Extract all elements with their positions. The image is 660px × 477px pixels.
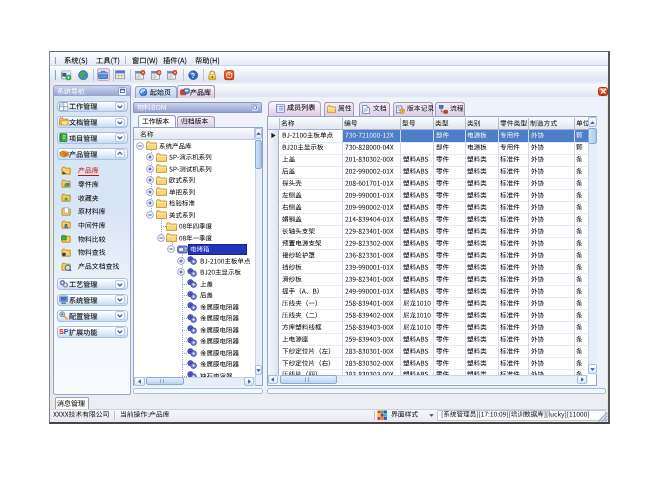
- svg-text:?: ?: [192, 72, 196, 79]
- svg-text:P: P: [63, 327, 68, 336]
- svg-text:a: a: [64, 222, 68, 229]
